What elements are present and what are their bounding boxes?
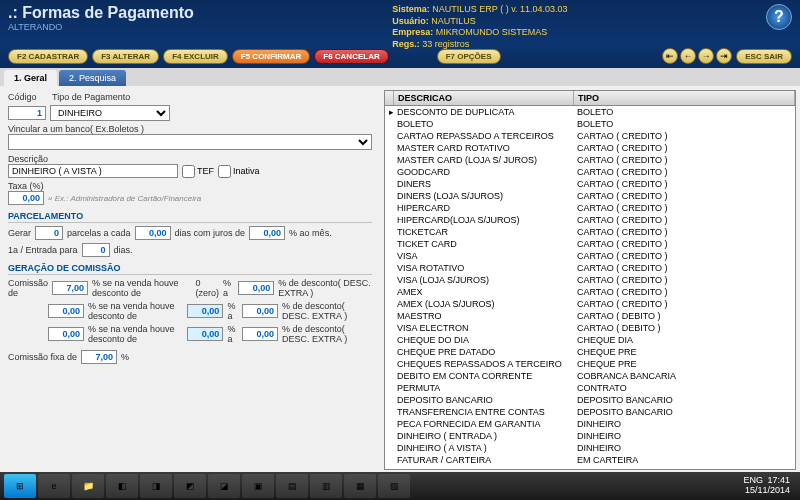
gerar-input[interactable] <box>35 226 63 240</box>
list-row[interactable]: PERMUTACONTRATO <box>385 382 795 394</box>
list-row[interactable]: DINERS (LOJA S/JUROS)CARTAO ( CREDITO ) <box>385 190 795 202</box>
task-app3-icon[interactable]: ◩ <box>174 474 206 498</box>
task-app1-icon[interactable]: ◧ <box>106 474 138 498</box>
app-subtitle: ALTERANDO <box>8 22 194 32</box>
list-row[interactable]: CHEQUE PRE DATADOCHEQUE PRE <box>385 346 795 358</box>
title-bar: .: Formas de Pagamento ALTERANDO Sistema… <box>0 0 800 44</box>
entrada-input[interactable] <box>82 243 110 257</box>
v3-input[interactable] <box>187 327 223 341</box>
nav-prev-icon[interactable]: ← <box>680 48 696 64</box>
tef-checkbox[interactable]: TEF <box>182 165 214 178</box>
list-header: DESCRICAO TIPO <box>385 91 795 106</box>
start-button[interactable]: ⊞ <box>4 474 36 498</box>
list-row[interactable]: CHEQUE DO DIACHEQUE DIA <box>385 334 795 346</box>
nav-last-icon[interactable]: ⇥ <box>716 48 732 64</box>
desc3-input[interactable] <box>242 327 278 341</box>
comissao-fixa-input[interactable] <box>81 350 117 364</box>
tab-pesquisa[interactable]: 2. Pesquisa <box>59 70 126 86</box>
col-descricao[interactable]: DESCRICAO <box>394 91 574 105</box>
list-row[interactable]: TICKET CARDCARTAO ( CREDITO ) <box>385 238 795 250</box>
list-row[interactable]: MASTER CARD ROTATIVOCARTAO ( CREDITO ) <box>385 142 795 154</box>
tipo-select[interactable]: DINHEIRO <box>50 105 170 121</box>
list-row[interactable]: AMEXCARTAO ( CREDITO ) <box>385 286 795 298</box>
task-app8-icon[interactable]: ▦ <box>344 474 376 498</box>
list-row[interactable]: VISACARTAO ( CREDITO ) <box>385 250 795 262</box>
list-row[interactable]: AMEX (LOJA S/JUROS)CARTAO ( CREDITO ) <box>385 298 795 310</box>
list-row[interactable]: HIPERCARDCARTAO ( CREDITO ) <box>385 202 795 214</box>
task-app9-icon[interactable]: ▧ <box>378 474 410 498</box>
list-row[interactable]: COBRANCA EM CARTEIRAEM CARTEIRA <box>385 466 795 470</box>
inativa-checkbox[interactable]: Inativa <box>218 165 260 178</box>
comissao2-input[interactable] <box>48 304 84 318</box>
list-row[interactable]: DEBITO EM CONTA CORRENTECOBRANCA BANCARI… <box>385 370 795 382</box>
list-row[interactable]: PECA FORNECIDA EM GARANTIADINHEIRO <box>385 418 795 430</box>
task-folder-icon[interactable]: 📁 <box>72 474 104 498</box>
list-row[interactable]: TICKETCARCARTAO ( CREDITO ) <box>385 226 795 238</box>
list-row[interactable]: GOODCARDCARTAO ( CREDITO ) <box>385 166 795 178</box>
comissao-header: GERAÇÃO DE COMISSÃO <box>8 263 372 275</box>
sair-button[interactable]: ESC SAIR <box>736 49 792 64</box>
task-app6-icon[interactable]: ▤ <box>276 474 308 498</box>
tabs: 1. Geral 2. Pesquisa <box>0 68 800 86</box>
form-panel: Código Tipo de Pagamento DINHEIRO Vincul… <box>0 86 380 474</box>
list-row[interactable]: MASTER CARD (LOJA S/ JUROS)CARTAO ( CRED… <box>385 154 795 166</box>
taskbar: ⊞ e 📁 ◧ ◨ ◩ ◪ ▣ ▤ ▥ ▦ ▧ ENG 17:4115/11/2… <box>0 472 800 500</box>
comissao1-input[interactable] <box>52 281 88 295</box>
list-row[interactable]: CHEQUES REPASSADOS A TERCEIROCHEQUE PRE <box>385 358 795 370</box>
list-row[interactable]: MAESTROCARTAO ( DEBITO ) <box>385 310 795 322</box>
help-icon[interactable]: ? <box>766 4 792 30</box>
col-tipo[interactable]: TIPO <box>574 91 795 105</box>
list-row[interactable]: DINHEIRO ( ENTRADA )DINHEIRO <box>385 430 795 442</box>
list-row[interactable]: FATURAR / CARTEIRAEM CARTEIRA <box>385 454 795 466</box>
list-panel: DESCRICAO TIPO ▸DESCONTO DE DUPLICATABOL… <box>384 90 796 470</box>
descricao-label: Descrição <box>8 154 372 164</box>
nav-next-icon[interactable]: → <box>698 48 714 64</box>
list-row[interactable]: VISA (LOJA S/JUROS)CARTAO ( CREDITO ) <box>385 274 795 286</box>
task-ie-icon[interactable]: e <box>38 474 70 498</box>
excluir-button[interactable]: F4 EXCLUIR <box>163 49 228 64</box>
taxa-hint: » Ex.: Administradora de Cartão/Financei… <box>48 194 201 203</box>
list-row[interactable]: BOLETOBOLETO <box>385 118 795 130</box>
juros-input[interactable] <box>249 226 285 240</box>
system-info: Sistema: NAUTILUS ERP ( ) v. 11.04.03.03… <box>392 4 567 51</box>
tab-geral[interactable]: 1. Geral <box>4 70 57 86</box>
nav-group: ⇤ ← → ⇥ <box>662 48 732 64</box>
cadastrar-button[interactable]: F2 CADASTRAR <box>8 49 88 64</box>
codigo-label: Código <box>8 92 37 102</box>
list-row[interactable]: DINHEIRO ( A VISTA )DINHEIRO <box>385 442 795 454</box>
systray[interactable]: ENG 17:4115/11/2014 <box>744 476 797 496</box>
list-row[interactable]: TRANSFERENCIA ENTRE CONTASDEPOSITO BANCA… <box>385 406 795 418</box>
taxa-label: Taxa (%) <box>8 181 372 191</box>
vincular-label: Vincular a um banco( Ex.Boletos ) <box>8 124 372 134</box>
parcelas-input[interactable] <box>135 226 171 240</box>
app-title: .: Formas de Pagamento <box>8 4 194 22</box>
list-row[interactable]: VISA ROTATIVOCARTAO ( CREDITO ) <box>385 262 795 274</box>
tipo-label: Tipo de Pagamento <box>52 92 130 102</box>
list-row[interactable]: VISA ELECTRONCARTAO ( DEBITO ) <box>385 322 795 334</box>
vincular-select[interactable] <box>8 134 372 150</box>
list-row[interactable]: ▸DESCONTO DE DUPLICATABOLETO <box>385 106 795 118</box>
desc2-input[interactable] <box>242 304 278 318</box>
confirmar-button[interactable]: F5 CONFIRMAR <box>232 49 310 64</box>
taxa-input[interactable] <box>8 191 44 205</box>
task-app2-icon[interactable]: ◨ <box>140 474 172 498</box>
task-app5-icon[interactable]: ▣ <box>242 474 274 498</box>
alterar-button[interactable]: F3 ALTERAR <box>92 49 159 64</box>
descricao-input[interactable] <box>8 164 178 178</box>
list-row[interactable]: CARTAO REPASSADO A TERCEIROSCARTAO ( CRE… <box>385 130 795 142</box>
task-app4-icon[interactable]: ◪ <box>208 474 240 498</box>
v2-input[interactable] <box>187 304 223 318</box>
list-row[interactable]: DINERSCARTAO ( CREDITO ) <box>385 178 795 190</box>
parcelamento-header: PARCELAMENTO <box>8 211 372 223</box>
list-row[interactable]: HIPERCARD(LOJA S/JUROS)CARTAO ( CREDITO … <box>385 214 795 226</box>
opcoes-button[interactable]: F7 OPÇÕES <box>437 49 501 64</box>
nav-first-icon[interactable]: ⇤ <box>662 48 678 64</box>
list-row[interactable]: DEPOSITO BANCARIODEPOSITO BANCARIO <box>385 394 795 406</box>
comissao3-input[interactable] <box>48 327 84 341</box>
codigo-input[interactable] <box>8 106 46 120</box>
task-app7-icon[interactable]: ▥ <box>310 474 342 498</box>
cancelar-button[interactable]: F6 CANCELAR <box>314 49 388 64</box>
desc1-input[interactable] <box>238 281 274 295</box>
